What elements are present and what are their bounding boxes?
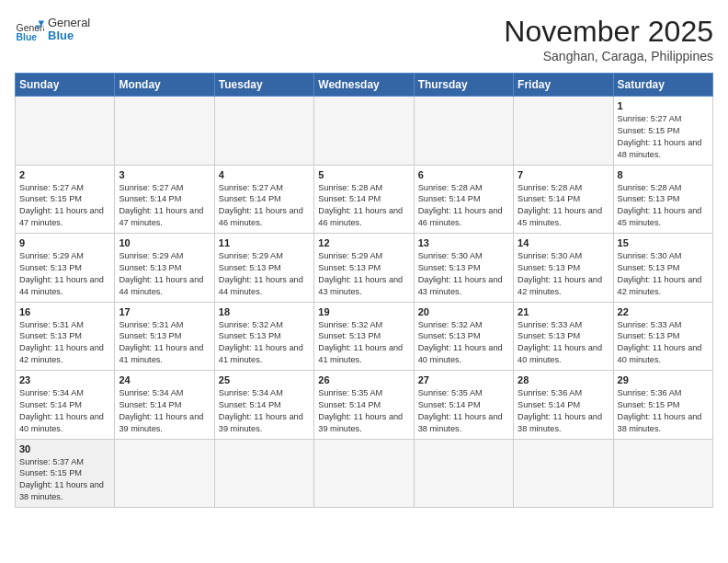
day-27: 27 Sunrise: 5:35 AM Sunset: 5:14 PM Dayl… [414,371,513,440]
calendar-row-5: 23 Sunrise: 5:34 AM Sunset: 5:14 PM Dayl… [16,371,713,440]
calendar-row-2: 2 Sunrise: 5:27 AM Sunset: 5:15 PM Dayli… [16,165,713,234]
empty-cell [414,439,513,508]
day-29: 29 Sunrise: 5:36 AM Sunset: 5:15 PM Dayl… [613,371,712,440]
empty-cell [613,439,712,508]
day-5: 5 Sunrise: 5:28 AM Sunset: 5:14 PM Dayli… [314,165,414,234]
empty-cell [514,439,613,508]
empty-cell [115,439,214,508]
location: Sanghan, Caraga, Philippines [504,49,713,63]
calendar-row-1: 1 Sunrise: 5:27 AM Sunset: 5:15 PM Dayli… [16,97,713,166]
empty-cell [314,97,414,166]
calendar-row-3: 9 Sunrise: 5:29 AM Sunset: 5:13 PM Dayli… [16,234,713,303]
day-3: 3 Sunrise: 5:27 AM Sunset: 5:14 PM Dayli… [115,165,214,234]
header: General Blue General Blue November 2025 … [15,15,713,63]
empty-cell [514,97,613,166]
day-4: 4 Sunrise: 5:27 AM Sunset: 5:14 PM Dayli… [214,165,313,234]
title-area: November 2025 Sanghan, Caraga, Philippin… [504,15,713,63]
day-21: 21 Sunrise: 5:33 AM Sunset: 5:13 PM Dayl… [514,302,613,371]
empty-cell [214,97,313,166]
day-30: 30 Sunrise: 5:37 AM Sunset: 5:15 PM Dayl… [16,439,115,508]
day-18: 18 Sunrise: 5:32 AM Sunset: 5:13 PM Dayl… [214,302,313,371]
day-23: 23 Sunrise: 5:34 AM Sunset: 5:14 PM Dayl… [16,371,115,440]
svg-text:Blue: Blue [17,32,38,42]
svg-text:General: General [17,23,44,33]
day-1: 1 Sunrise: 5:27 AM Sunset: 5:15 PM Dayli… [613,97,712,166]
day-20: 20 Sunrise: 5:32 AM Sunset: 5:13 PM Dayl… [414,302,513,371]
day-11: 11 Sunrise: 5:29 AM Sunset: 5:13 PM Dayl… [214,234,313,303]
day-25: 25 Sunrise: 5:34 AM Sunset: 5:14 PM Dayl… [214,371,313,440]
day-14: 14 Sunrise: 5:30 AM Sunset: 5:13 PM Dayl… [514,234,613,303]
day-19: 19 Sunrise: 5:32 AM Sunset: 5:13 PM Dayl… [314,302,414,371]
sunset-label: Sunset: [618,126,646,135]
empty-cell [115,97,214,166]
header-thursday: Thursday [414,74,513,97]
day-15: 15 Sunrise: 5:30 AM Sunset: 5:13 PM Dayl… [613,234,712,303]
empty-cell [16,97,115,166]
header-wednesday: Wednesday [314,74,414,97]
empty-cell [414,97,513,166]
day-28: 28 Sunrise: 5:36 AM Sunset: 5:14 PM Dayl… [514,371,613,440]
day-26: 26 Sunrise: 5:35 AM Sunset: 5:14 PM Dayl… [314,371,414,440]
logo-icon: General Blue [15,15,44,44]
logo-general-text: General [48,17,90,29]
day-8: 8 Sunrise: 5:28 AM Sunset: 5:13 PM Dayli… [613,165,712,234]
header-tuesday: Tuesday [214,74,313,97]
day-13: 13 Sunrise: 5:30 AM Sunset: 5:13 PM Dayl… [414,234,513,303]
day-7: 7 Sunrise: 5:28 AM Sunset: 5:14 PM Dayli… [514,165,613,234]
day-24: 24 Sunrise: 5:34 AM Sunset: 5:14 PM Dayl… [115,371,214,440]
header-monday: Monday [115,74,214,97]
logo-blue-text: Blue [48,29,90,42]
calendar-row-6: 30 Sunrise: 5:37 AM Sunset: 5:15 PM Dayl… [16,439,713,508]
day-10: 10 Sunrise: 5:29 AM Sunset: 5:13 PM Dayl… [115,234,214,303]
day-12: 12 Sunrise: 5:29 AM Sunset: 5:13 PM Dayl… [314,234,414,303]
day-6: 6 Sunrise: 5:28 AM Sunset: 5:14 PM Dayli… [414,165,513,234]
day-16: 16 Sunrise: 5:31 AM Sunset: 5:13 PM Dayl… [16,302,115,371]
header-friday: Friday [514,74,613,97]
day-22: 22 Sunrise: 5:33 AM Sunset: 5:13 PM Dayl… [613,302,712,371]
header-sunday: Sunday [16,74,115,97]
empty-cell [314,439,414,508]
calendar-row-4: 16 Sunrise: 5:31 AM Sunset: 5:13 PM Dayl… [16,302,713,371]
calendar: Sunday Monday Tuesday Wednesday Thursday… [15,73,713,508]
daylight-label: Daylight: [618,138,651,147]
header-saturday: Saturday [613,74,712,97]
empty-cell [214,439,313,508]
weekday-header-row: Sunday Monday Tuesday Wednesday Thursday… [16,74,713,97]
day-2: 2 Sunrise: 5:27 AM Sunset: 5:15 PM Dayli… [16,165,115,234]
day-17: 17 Sunrise: 5:31 AM Sunset: 5:13 PM Dayl… [115,302,214,371]
day-9: 9 Sunrise: 5:29 AM Sunset: 5:13 PM Dayli… [16,234,115,303]
sunrise-label: Sunrise: [618,114,649,123]
logo: General Blue General Blue [15,15,90,44]
month-title: November 2025 [504,15,713,49]
